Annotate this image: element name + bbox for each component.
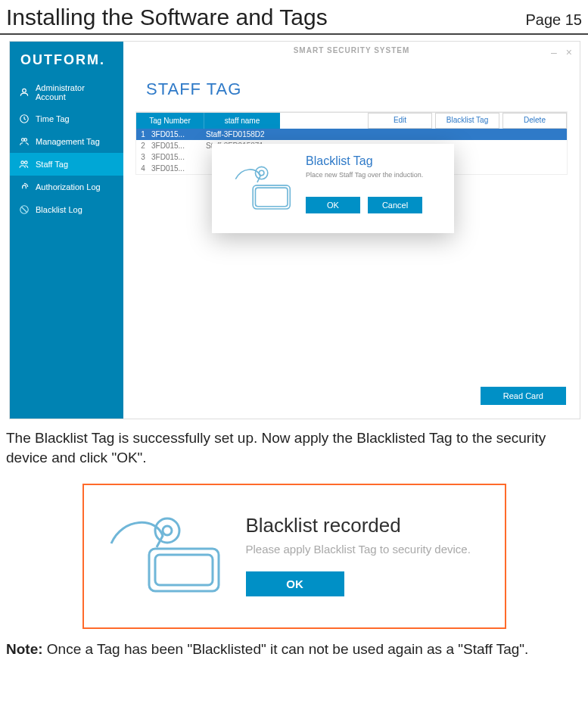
svg-point-4 <box>21 161 24 164</box>
induction-illustration-icon <box>222 154 298 223</box>
staff-tag-table: Tag Number staff name Edit Blacklist Tag… <box>135 111 568 175</box>
section-title: STAFF TAG <box>146 79 580 99</box>
people-icon <box>19 159 30 170</box>
dialog-title: Blacklist recorded <box>246 514 490 537</box>
sidebar-item-blacklist-log[interactable]: Blacklist Log <box>10 198 123 221</box>
edit-button[interactable]: Edit <box>368 113 432 129</box>
column-header-staff-name: staff name <box>204 113 280 129</box>
svg-point-0 <box>23 89 26 92</box>
user-icon <box>19 87 30 98</box>
blocked-icon <box>19 204 30 215</box>
svg-rect-12 <box>155 555 213 585</box>
note-body: Once a Tag has been "Blacklisted" it can… <box>43 641 529 657</box>
blacklist-tag-dialog: Blacklist Tag Place new Staff Tag over t… <box>212 144 454 233</box>
svg-point-5 <box>25 161 28 164</box>
sidebar-item-label: Management Tag <box>36 137 100 146</box>
column-header-tag-number: Tag Number <box>136 113 204 129</box>
note-paragraph: Note: Once a Tag has been "Blacklisted" … <box>0 637 588 668</box>
sidebar-item-label: Blacklist Log <box>36 205 82 214</box>
svg-rect-8 <box>255 188 288 207</box>
page-number: Page 15 <box>525 11 582 29</box>
table-header-row: Tag Number staff name Edit Blacklist Tag… <box>136 112 567 129</box>
sidebar-item-time-tag[interactable]: Time Tag <box>10 107 123 130</box>
dialog-subtitle: Please apply Blacklist Tag to security d… <box>246 542 490 557</box>
brand-logo: OUTFORM. <box>10 42 123 77</box>
app-title: SMART SECURITY SYSTEM <box>123 46 580 54</box>
tag-icon <box>19 136 30 147</box>
sidebar-item-label: Time Tag <box>36 114 70 123</box>
induction-illustration-icon <box>96 502 232 608</box>
ok-button[interactable]: OK <box>306 197 360 213</box>
sidebar-item-label: Authorization Log <box>36 182 101 191</box>
sidebar: OUTFORM. Administrator Account Time Tag … <box>10 42 123 419</box>
blacklist-recorded-dialog: Blacklist recorded Please apply Blacklis… <box>82 484 506 629</box>
instruction-paragraph: The Blacklist Tag is successfully set up… <box>0 425 588 475</box>
doc-title: Installing the Software and Tags <box>6 5 328 30</box>
app-main: SMART SECURITY SYSTEM – × STAFF TAG Tag … <box>123 42 580 419</box>
row-tag-number: 3FD015... <box>150 142 204 150</box>
minimize-button[interactable]: – <box>551 46 557 58</box>
row-tag-number: 3FD015... <box>150 153 204 161</box>
read-card-button[interactable]: Read Card <box>481 387 566 405</box>
close-button[interactable]: × <box>566 46 572 58</box>
row-tag-number: 3FD015... <box>150 130 204 139</box>
dialog-subtitle: Place new Staff Tag over the induction. <box>306 171 443 179</box>
note-prefix: Note: <box>6 641 43 657</box>
fingerprint-icon <box>19 182 30 192</box>
sidebar-nav: Administrator Account Time Tag Managemen… <box>10 77 123 419</box>
dialog-content: Blacklist recorded Please apply Blacklis… <box>246 514 490 597</box>
app-screenshot: OUTFORM. Administrator Account Time Tag … <box>9 41 580 419</box>
dialog-content: Blacklist Tag Place new Staff Tag over t… <box>306 154 443 223</box>
delete-button[interactable]: Delete <box>502 113 567 129</box>
svg-point-10 <box>259 170 264 176</box>
row-index: 3 <box>136 153 150 161</box>
row-index: 2 <box>136 142 150 150</box>
ok-button[interactable]: OK <box>246 571 344 596</box>
dialog-buttons: OK Cancel <box>306 197 443 213</box>
row-index: 4 <box>136 164 150 173</box>
svg-point-3 <box>24 139 27 142</box>
sidebar-item-label: Staff Tag <box>36 160 68 169</box>
table-row[interactable]: 1 3FD015... Staff-3FD0158D2 <box>136 129 567 140</box>
dialog-title: Blacklist Tag <box>306 154 443 168</box>
row-staff-name: Staff-3FD0158D2 <box>204 130 288 139</box>
doc-header: Installing the Software and Tags Page 15 <box>0 0 588 35</box>
sidebar-item-management-tag[interactable]: Management Tag <box>10 130 123 153</box>
svg-point-9 <box>255 167 267 179</box>
sidebar-item-staff-tag[interactable]: Staff Tag <box>10 153 123 176</box>
sidebar-item-label: Administrator Account <box>36 83 116 101</box>
window-controls: – × <box>551 46 572 58</box>
sidebar-item-authorization-log[interactable]: Authorization Log <box>10 176 123 198</box>
svg-rect-7 <box>253 185 290 209</box>
sidebar-item-admin-account[interactable]: Administrator Account <box>10 77 123 107</box>
row-index: 1 <box>136 130 150 139</box>
svg-point-14 <box>163 526 172 535</box>
clock-icon <box>19 114 30 124</box>
row-tag-number: 3FD015... <box>150 164 204 173</box>
blacklist-tag-button[interactable]: Blacklist Tag <box>435 113 499 129</box>
cancel-button[interactable]: Cancel <box>368 197 422 213</box>
